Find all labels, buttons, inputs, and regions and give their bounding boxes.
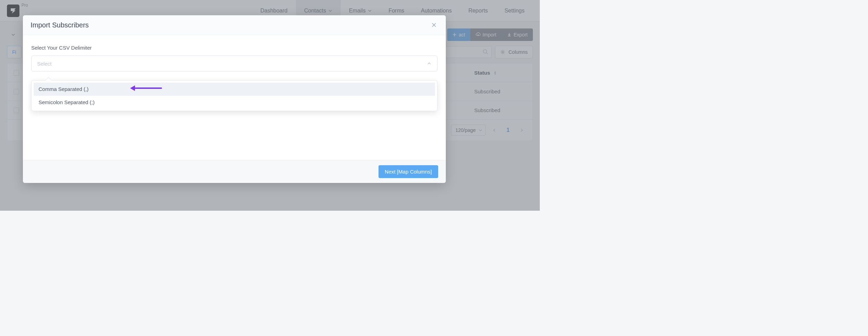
annotation-arrow — [130, 85, 162, 91]
import-modal: Import Subscribers Select Your CSV Delim… — [23, 15, 446, 183]
next-button[interactable]: Next [Map Columns] — [378, 165, 438, 178]
select-placeholder: Select — [37, 61, 52, 67]
modal-close-button[interactable] — [430, 21, 438, 29]
chevron-up-icon — [427, 61, 432, 66]
option-comma-label: Comma Separated (,) — [39, 86, 88, 92]
close-icon — [431, 22, 437, 28]
modal-header: Import Subscribers — [23, 15, 446, 35]
option-comma[interactable]: Comma Separated (,) — [34, 83, 435, 95]
delimiter-label: Select Your CSV Delimiter — [31, 45, 437, 51]
modal-body: Select Your CSV Delimiter Select Comma S… — [23, 35, 446, 160]
modal-overlay: Import Subscribers Select Your CSV Delim… — [0, 0, 540, 211]
modal-title: Import Subscribers — [31, 21, 89, 29]
delimiter-select[interactable]: Select — [31, 56, 437, 72]
option-semicolon[interactable]: Semicolon Separated (;) — [34, 95, 435, 109]
next-button-label: Next [Map Columns] — [385, 169, 432, 175]
arrow-line — [134, 87, 162, 89]
delimiter-dropdown: Comma Separated (,) Semicolon Separated … — [31, 80, 437, 111]
option-semicolon-label: Semicolon Separated (;) — [39, 99, 95, 105]
modal-footer: Next [Map Columns] — [23, 160, 446, 183]
